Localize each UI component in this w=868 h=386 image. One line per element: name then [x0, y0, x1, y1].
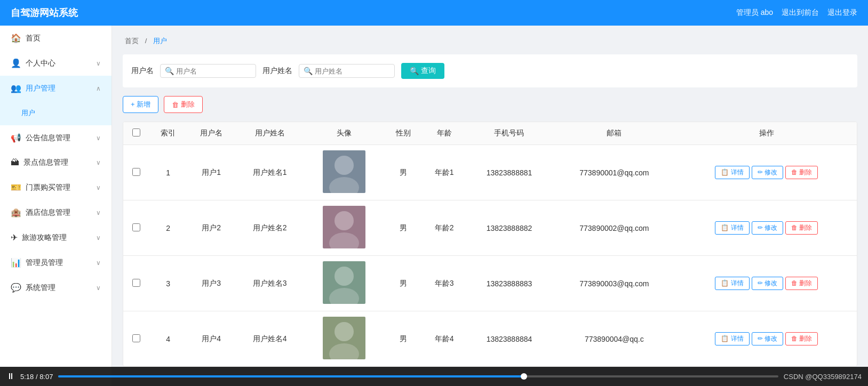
cell-username: 用户4 [187, 311, 236, 367]
delete-row-button[interactable]: 🗑 删除 [785, 221, 818, 235]
detail-button[interactable]: 📋 详情 [715, 221, 749, 235]
col-checkbox [123, 122, 149, 145]
row-checkbox[interactable] [132, 223, 140, 231]
col-email: 邮箱 [552, 122, 676, 145]
col-avatar: 头像 [304, 122, 385, 145]
site-title: 自驾游网站系统 [11, 6, 78, 19]
chevron-down-icon: ∨ [96, 259, 101, 267]
table-body: 1用户1用户姓名1男年龄113823888881773890001@qq.com… [123, 145, 857, 367]
cell-fullname: 用户姓名1 [236, 145, 304, 200]
sidebar-item-user[interactable]: 用户 [0, 101, 112, 125]
cell-username: 用户3 [187, 256, 236, 311]
avatar [323, 317, 365, 359]
cell-gender: 男 [385, 256, 423, 311]
cell-avatar [304, 200, 385, 256]
edit-button[interactable]: ✏ 修改 [752, 277, 783, 290]
sidebar-item-ticket-mgmt[interactable]: 🎫 门票购买管理 ∨ [0, 175, 112, 200]
sidebar-item-scenic-mgmt[interactable]: 🏔 景点信息管理 ∨ [0, 150, 112, 175]
svg-point-2 [335, 211, 354, 230]
svg-point-6 [335, 322, 354, 341]
detail-button[interactable]: 📋 详情 [715, 166, 749, 179]
video-bar: ⏸ 5:18 / 8:07 CSDN @QQ3359892174 [0, 367, 868, 386]
fullname-input-wrap: 🔍 [299, 64, 395, 78]
video-progress-fill [58, 375, 524, 377]
add-button[interactable]: + 新增 [123, 96, 158, 113]
delete-row-button[interactable]: 🗑 删除 [785, 166, 818, 179]
delete-row-button[interactable]: 🗑 删除 [785, 277, 818, 290]
sidebar-item-user-mgmt[interactable]: 👥 用户管理 ∧ [0, 76, 112, 101]
sidebar-item-travel-mgmt[interactable]: ✈ 旅游攻略管理 ∨ [0, 225, 112, 250]
cell-index: 2 [149, 200, 187, 256]
video-time: 5:18 / 8:07 [20, 373, 53, 381]
logout-link[interactable]: 退出登录 [827, 8, 857, 18]
sidebar-item-label: 管理员管理 [26, 258, 63, 268]
cell-email: 773890003@qq.com [552, 256, 676, 311]
delete-button-label: 删除 [181, 100, 195, 109]
detail-button[interactable]: 📋 详情 [715, 332, 749, 345]
user-table: 索引 用户名 用户姓名 头像 性别 年龄 手机号码 邮箱 操作 1用户1用户姓名… [123, 122, 857, 367]
detail-button[interactable]: 📋 详情 [715, 277, 749, 290]
sidebar-item-label: 酒店信息管理 [26, 208, 70, 218]
cell-gender: 男 [385, 200, 423, 256]
action-bar: + 新增 🗑 删除 [123, 96, 857, 113]
chevron-down-icon: ∨ [96, 184, 101, 191]
cell-avatar [304, 145, 385, 200]
hotel-icon: 🏨 [11, 207, 21, 218]
pause-button[interactable]: ⏸ [6, 372, 15, 381]
select-all-checkbox[interactable] [132, 128, 140, 136]
row-checkbox[interactable] [132, 334, 140, 342]
cell-operations: 📋 详情✏ 修改🗑 删除 [676, 256, 857, 311]
row-checkbox-cell [123, 145, 149, 200]
search-icon-username: 🔍 [165, 67, 174, 75]
add-button-label: + 新增 [131, 100, 150, 109]
edit-button[interactable]: ✏ 修改 [752, 332, 783, 345]
username-input[interactable] [176, 67, 251, 75]
top-navbar: 自驾游网站系统 管理员 abo 退出到前台 退出登录 [0, 0, 868, 26]
svg-point-4 [335, 267, 354, 286]
svg-point-5 [329, 288, 359, 304]
cell-avatar [304, 311, 385, 367]
cell-fullname: 用户姓名2 [236, 200, 304, 256]
cell-operations: 📋 详情✏ 修改🗑 删除 [676, 200, 857, 256]
row-checkbox[interactable] [132, 279, 140, 287]
cell-avatar [304, 256, 385, 311]
sidebar-subitem-label: 用户 [21, 108, 35, 118]
username-input-wrap: 🔍 [160, 64, 256, 78]
delete-row-button[interactable]: 🗑 删除 [785, 332, 818, 345]
breadcrumb-home[interactable]: 首页 [125, 37, 139, 45]
search-area: 用户名 🔍 用户姓名 🔍 🔍 查询 [123, 54, 857, 87]
row-checkbox[interactable] [132, 168, 140, 176]
row-checkbox-cell [123, 200, 149, 256]
fullname-input[interactable] [315, 67, 390, 75]
table-row: 3用户3用户姓名3男年龄313823888883773890003@qq.com… [123, 256, 857, 311]
back-front-link[interactable]: 退出到前台 [782, 8, 819, 18]
chevron-down-icon: ∨ [96, 209, 101, 216]
sidebar-item-label: 首页 [26, 34, 41, 43]
user-table-inner: 索引 用户名 用户姓名 头像 性别 年龄 手机号码 邮箱 操作 1用户1用户姓名… [123, 122, 857, 366]
sidebar-item-system-mgmt[interactable]: 💬 系统管理 ∨ [0, 275, 112, 300]
video-progress-thumb[interactable] [521, 373, 527, 380]
sidebar-item-personal[interactable]: 👤 个人中心 ∨ [0, 51, 112, 76]
sidebar-item-notice-mgmt[interactable]: 📢 公告信息管理 ∨ [0, 125, 112, 150]
video-progress-bar[interactable] [58, 375, 778, 377]
sidebar-item-label: 个人中心 [26, 59, 55, 68]
search-button[interactable]: 🔍 查询 [401, 63, 444, 79]
breadcrumb-current: 用户 [153, 37, 167, 45]
main-content: 首页 / 用户 用户名 🔍 用户姓名 🔍 🔍 查询 + 新增 [112, 26, 868, 386]
scenic-icon: 🏔 [11, 158, 19, 167]
cell-email: 773890002@qq.com [552, 200, 676, 256]
sidebar-item-label: 用户管理 [26, 84, 55, 93]
col-fullname: 用户姓名 [236, 122, 304, 145]
cell-gender: 男 [385, 311, 423, 367]
sidebar-item-admin-mgmt[interactable]: 📊 管理员管理 ∨ [0, 250, 112, 275]
cell-age: 年龄4 [422, 311, 466, 367]
person-icon: 👤 [11, 58, 21, 68]
sidebar-item-home[interactable]: 🏠 首页 [0, 26, 112, 51]
search-button-icon: 🔍 [410, 67, 419, 75]
avatar [323, 206, 365, 248]
edit-button[interactable]: ✏ 修改 [752, 166, 783, 179]
fullname-label: 用户姓名 [262, 66, 292, 76]
edit-button[interactable]: ✏ 修改 [752, 221, 783, 235]
batch-delete-button[interactable]: 🗑 删除 [164, 96, 203, 113]
sidebar-item-hotel-mgmt[interactable]: 🏨 酒店信息管理 ∨ [0, 200, 112, 225]
